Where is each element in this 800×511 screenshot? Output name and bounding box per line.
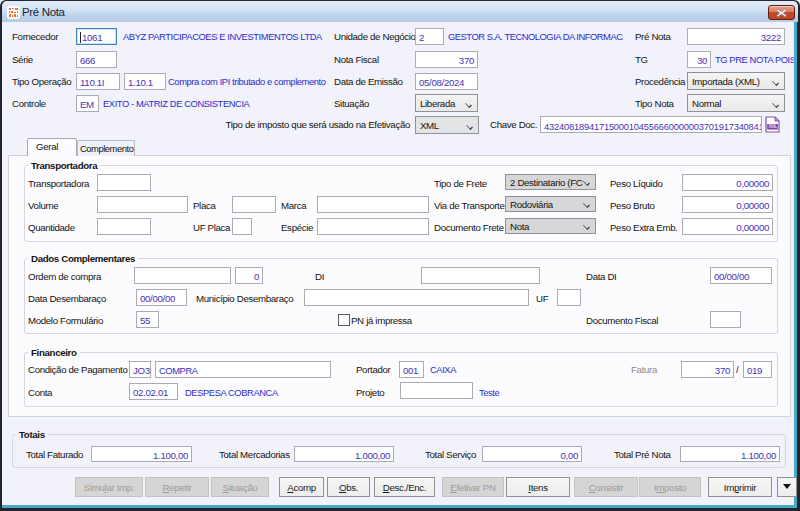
svg-text:XML: XML xyxy=(768,124,777,129)
